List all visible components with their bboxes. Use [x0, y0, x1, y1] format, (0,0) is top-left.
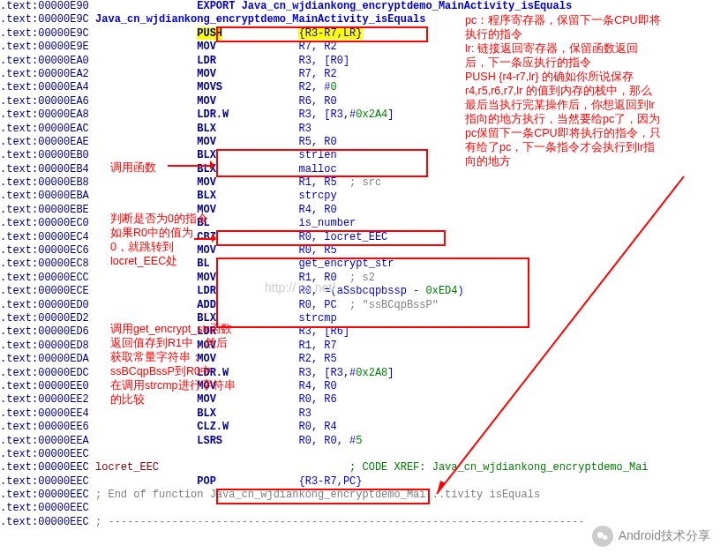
asm-line: .text:00000ED6 LDR R3, [R6]: [0, 325, 728, 339]
addr-label: .text:00000EE2: [0, 393, 89, 407]
addr-label: .text:00000EE0: [0, 380, 89, 393]
addr-label: .text:00000EB0: [0, 149, 89, 162]
addr-label: .text:00000EA4: [0, 81, 89, 94]
asm-body: Java_cn_wjdiankong_encryptdemo_MainActiv…: [89, 13, 426, 26]
annot-pc: pc：程序寄存器，保留下一条CPU即将 执行的指令 lr: 链接返回寄存器，保留…: [465, 13, 725, 168]
addr-label: .text:00000EBA: [0, 190, 89, 203]
addr-label: .text:00000EC0: [0, 217, 89, 230]
arrow-head-call: [210, 161, 219, 169]
addr-label: .text:00000EAE: [0, 136, 89, 149]
addr-label: .text:00000EE6: [0, 421, 89, 434]
addr-label: .text:00000EB4: [0, 163, 89, 176]
watermark: http:// cs net/: [265, 280, 335, 295]
asm-body: ; --------------------------------------…: [89, 516, 585, 529]
asm-line: .text:00000EBA BLX strcpy: [0, 190, 728, 203]
asm-body: CLZ.W R0, R4: [89, 421, 337, 434]
addr-label: .text:00000EAC: [0, 123, 89, 136]
wechat-icon: [592, 526, 613, 547]
addr-label: .text:00000EA0: [0, 55, 89, 68]
asm-line: .text:00000EBE MOV R4, R0: [0, 204, 728, 217]
asm-line: .text:00000EE0 MOV R4, R0: [0, 380, 728, 393]
addr-label: .text:00000EB8: [0, 176, 89, 190]
asm-line: .text:00000EC8 BL get_encrypt_str: [0, 258, 728, 271]
asm-line: .text:00000EEC: [0, 448, 728, 461]
asm-line: .text:00000EC6 MOV R0, R5: [0, 244, 728, 258]
addr-label: .text:00000ED2: [0, 312, 89, 325]
asm-body: MOV R6, R0: [89, 95, 337, 108]
asm-line: .text:00000EC0 BL is_number: [0, 217, 728, 230]
asm-body: BLX R3: [89, 407, 311, 421]
asm-body: EXPORT Java_cn_wjdiankong_encryptdemo_Ma…: [89, 0, 572, 13]
arrow-call: [168, 165, 212, 167]
svg-point-2: [597, 532, 604, 538]
addr-label: .text:00000E90: [0, 0, 89, 13]
asm-body: MOV R5, R0: [89, 136, 337, 149]
wechat-label: Android技术分享: [619, 528, 710, 544]
arrow-head-cbz: [212, 234, 221, 243]
addr-label: .text:00000ECC: [0, 272, 89, 285]
asm-line: .text:00000EEC locret_EEC ; CODE XREF: J…: [0, 461, 728, 474]
addr-label: .text:00000EC6: [0, 244, 89, 258]
addr-label: .text:00000EA6: [0, 95, 89, 108]
annot-encrypt: 调用get_encrypt_str函数 返回值存到R1中，然后 获取常量字符串：…: [110, 322, 251, 407]
addr-label: .text:00000EEC: [0, 475, 89, 489]
asm-line: .text:00000EEA LSRS R0, R0, #5: [0, 435, 728, 448]
addr-label: .text:00000EEC: [0, 489, 89, 502]
asm-body: LDR.W R3, [R3,#0x2A4]: [89, 108, 394, 122]
addr-label: .text:00000EEC: [0, 502, 89, 515]
asm-body: ADD R0, PC ; "ssBCqpBssP": [89, 299, 439, 312]
asm-line: .text:00000EB8 MOV R1, R5 ; src: [0, 176, 728, 190]
addr-label: .text:00000EEC: [0, 516, 89, 529]
asm-line: .text:00000E90 EXPORT Java_cn_wjdiankong…: [0, 0, 728, 13]
asm-body: MOVS R2, #0: [89, 81, 337, 94]
asm-body: PUSH {R3-R7,LR}: [89, 27, 363, 41]
addr-label: .text:00000EBE: [0, 204, 89, 217]
addr-label: .text:00000EDA: [0, 353, 89, 366]
addr-label: .text:00000ED0: [0, 299, 89, 312]
asm-line: .text:00000ED8 MOV R1, R7: [0, 340, 728, 353]
addr-label: .text:00000ED8: [0, 340, 89, 353]
asm-line: .text:00000EE6 CLZ.W R0, R4: [0, 421, 728, 434]
svg-point-3: [603, 535, 607, 540]
addr-label: .text:00000EC4: [0, 231, 89, 244]
addr-label: .text:00000EE4: [0, 407, 89, 421]
addr-label: .text:00000EEC: [0, 448, 89, 461]
asm-line: .text:00000EEC ; End of function Java_cn…: [0, 489, 728, 502]
asm-body: locret_EEC ; CODE XREF: Java_cn_wjdianko…: [89, 461, 649, 474]
asm-line: .text:00000ED2 BLX strcmp: [0, 312, 728, 325]
annot-call-func: 调用函数: [110, 161, 156, 175]
asm-body: MOV R7, R2: [89, 68, 337, 81]
asm-line: .text:00000EC4 CBZ R0, locret_EEC: [0, 231, 728, 244]
asm-line: .text:00000ECE LDR R0, =(aSsbcqpbssp - 0…: [0, 285, 728, 298]
addr-label: .text:00000E9C: [0, 27, 89, 41]
addr-label: .text:00000ED6: [0, 325, 89, 339]
asm-body: ; End of function Java_cn_wjdiankong_enc…: [89, 489, 540, 502]
asm-body: POP {R3-R7,PC}: [89, 475, 363, 489]
asm-body: BLX strcpy: [89, 190, 337, 203]
asm-body: LDR R3, [R0]: [89, 55, 349, 68]
addr-label: .text:00000EDC: [0, 367, 89, 380]
asm-line: .text:00000EEC: [0, 502, 728, 515]
addr-label: .text:00000E9C: [0, 13, 89, 26]
addr-label: .text:00000EEA: [0, 435, 89, 448]
asm-line: .text:00000EDC LDR.W R3, [R3,#0x2A8]: [0, 367, 728, 380]
asm-line: .text:00000EE2 MOV R0, R6: [0, 393, 728, 407]
asm-body: MOV R7, R2: [89, 41, 337, 54]
asm-body: MOV R1, R5 ; src: [89, 176, 381, 190]
addr-label: .text:00000ECE: [0, 285, 89, 298]
asm-line: .text:00000EEC POP {R3-R7,PC}: [0, 475, 728, 489]
addr-label: .text:00000EA8: [0, 108, 89, 122]
addr-label: .text:00000EA2: [0, 68, 89, 81]
addr-label: .text:00000E9E: [0, 41, 89, 54]
asm-line: .text:00000ECC MOV R1, R0 ; s2: [0, 272, 728, 285]
asm-body: LSRS R0, R0, #5: [89, 435, 363, 448]
annot-cbz: 判断是否为0的指令 如果R0中的值为 0，就跳转到 locret_EEC处: [110, 212, 212, 268]
addr-label: .text:00000EEC: [0, 461, 89, 474]
addr-label: .text:00000EC8: [0, 258, 89, 271]
wechat-footer: Android技术分享: [592, 526, 710, 547]
asm-body: BLX R3: [89, 123, 311, 136]
asm-line: .text:00000EE4 BLX R3: [0, 407, 728, 421]
asm-line: .text:00000EDA MOV R2, R5: [0, 353, 728, 366]
asm-line: .text:00000ED0 ADD R0, PC ; "ssBCqpBssP": [0, 299, 728, 312]
